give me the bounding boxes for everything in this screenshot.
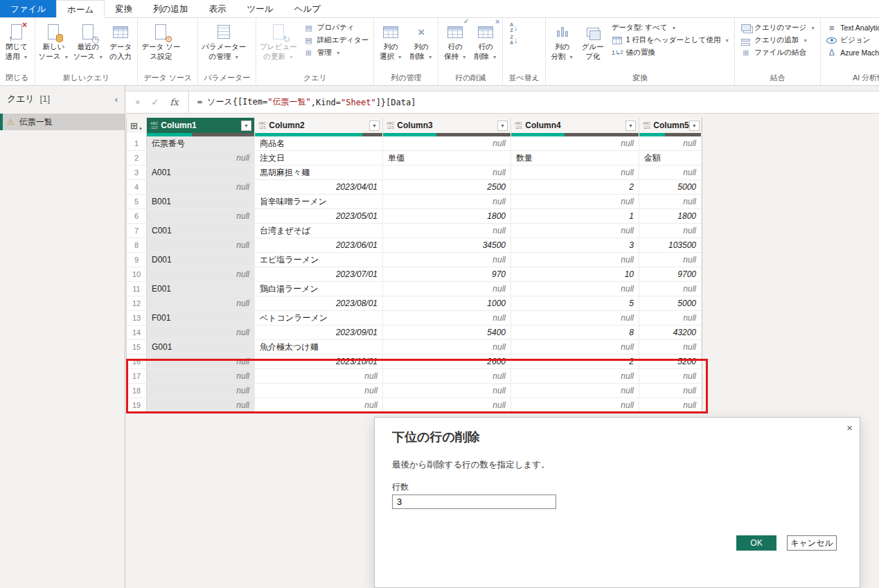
ok-button[interactable]: OK <box>736 535 776 551</box>
row-number[interactable]: 5 <box>127 195 147 209</box>
table-cell[interactable]: 旨辛味噌ラーメン <box>255 195 383 209</box>
table-cell[interactable]: null <box>511 166 639 180</box>
table-cell[interactable]: null <box>147 398 255 413</box>
data-type-any-icon[interactable]: ABC123 <box>258 121 266 130</box>
table-cell[interactable]: 34500 <box>383 238 511 253</box>
data-type-any-icon[interactable]: ABC123 <box>643 121 650 130</box>
table-cell[interactable]: 注文日 <box>255 151 383 166</box>
table-cell[interactable]: 台湾まぜそば <box>255 224 383 238</box>
combine-files-button[interactable]: ⊞ファイルの結合 <box>738 48 817 57</box>
table-cell[interactable]: null <box>639 166 702 180</box>
choose-columns-button[interactable]: 列の選択 ▼ <box>375 19 406 61</box>
data-type-button[interactable]: データ型: すべて▼ <box>610 23 731 33</box>
data-type-any-icon[interactable]: ABC123 <box>387 121 394 130</box>
table-cell[interactable]: null <box>383 384 511 398</box>
new-source-button[interactable]: 新しいソース ▼ <box>37 19 71 61</box>
table-cell[interactable]: 1800 <box>639 209 702 224</box>
table-cell[interactable]: null <box>147 238 255 253</box>
keep-rows-button[interactable]: ✓行の保持 ▼ <box>440 19 470 61</box>
select-all-button[interactable]: ⊞▼ <box>127 118 147 133</box>
table-cell[interactable]: 5400 <box>383 326 511 340</box>
table-cell[interactable]: C001 <box>147 224 255 238</box>
append-queries-button[interactable]: クエリの追加▼ <box>738 35 817 45</box>
table-cell[interactable]: G001 <box>147 340 255 355</box>
manage-parameters-button[interactable]: パラメーターの管理 ▼ <box>199 19 248 61</box>
row-number[interactable]: 9 <box>127 253 147 267</box>
split-column-button[interactable]: 列の分割 ▼ <box>547 19 578 61</box>
table-cell[interactable]: null <box>147 151 255 166</box>
sort-ascending-button[interactable]: AZ↓ <box>506 23 521 33</box>
table-cell[interactable]: null <box>383 311 511 326</box>
sort-descending-button[interactable]: ZA↓ <box>506 35 521 45</box>
table-cell[interactable]: null <box>639 136 702 151</box>
table-cell[interactable]: null <box>383 195 511 209</box>
table-cell[interactable]: 5000 <box>639 180 702 195</box>
table-cell[interactable]: E001 <box>147 282 255 296</box>
table-cell[interactable]: null <box>511 311 639 326</box>
table-cell[interactable]: 9700 <box>639 267 702 282</box>
manage-queries-button[interactable]: ⊞管理▼ <box>301 48 370 57</box>
table-cell[interactable]: null <box>511 282 639 296</box>
row-number[interactable]: 12 <box>127 296 147 311</box>
table-cell[interactable]: 1 <box>511 209 639 224</box>
table-cell[interactable]: null <box>511 340 639 355</box>
table-cell[interactable]: 1800 <box>383 209 511 224</box>
table-cell[interactable]: 5 <box>511 296 639 311</box>
tab-file[interactable]: ファイル <box>0 0 56 17</box>
table-cell[interactable]: null <box>383 369 511 384</box>
table-cell[interactable]: null <box>383 253 511 267</box>
tab-home[interactable]: ホーム <box>56 0 105 18</box>
table-cell[interactable]: null <box>639 384 702 398</box>
cancel-formula-icon[interactable]: × <box>135 97 141 107</box>
row-number[interactable]: 15 <box>127 340 147 355</box>
table-cell[interactable]: null <box>383 282 511 296</box>
accept-formula-icon[interactable]: ✓ <box>152 97 159 107</box>
table-cell[interactable]: ベトコンラーメン <box>255 311 383 326</box>
column-header-column5[interactable]: ABC123Column5▼ <box>639 118 702 133</box>
row-number[interactable]: 14 <box>127 326 147 340</box>
filter-icon[interactable]: ▼ <box>625 121 636 131</box>
table-cell[interactable]: null <box>147 326 255 340</box>
table-cell[interactable]: 1000 <box>383 296 511 311</box>
table-cell[interactable]: null <box>639 398 702 413</box>
filter-icon[interactable]: ▼ <box>369 121 380 131</box>
table-cell[interactable]: 103500 <box>639 238 702 253</box>
refresh-preview-button[interactable]: ↻プレビューの更新 ▼ <box>258 19 299 61</box>
table-cell[interactable]: null <box>255 398 383 413</box>
table-cell[interactable]: 数量 <box>511 151 639 166</box>
table-cell[interactable]: null <box>511 369 639 384</box>
table-cell[interactable]: null <box>639 195 702 209</box>
row-number[interactable]: 7 <box>127 224 147 238</box>
row-number[interactable]: 18 <box>127 384 147 398</box>
table-cell[interactable]: 黒胡麻担々麺 <box>255 166 383 180</box>
query-list-item[interactable]: ⚠伝票一覧 <box>0 114 125 130</box>
table-cell[interactable]: 3 <box>511 238 639 253</box>
row-number[interactable]: 16 <box>127 355 147 369</box>
table-cell[interactable]: 伝票番号 <box>147 136 255 151</box>
tab-view[interactable]: 表示 <box>199 0 237 17</box>
recent-sources-button[interactable]: ◷最近のソース ▼ <box>71 19 105 61</box>
cancel-button[interactable]: キャンセル <box>787 535 837 551</box>
column-header-column1[interactable]: ABC123Column1▼ <box>147 118 255 133</box>
row-number[interactable]: 1 <box>127 136 147 151</box>
table-cell[interactable]: null <box>147 384 255 398</box>
table-cell[interactable]: 単価 <box>383 151 511 166</box>
table-cell[interactable]: D001 <box>147 253 255 267</box>
table-cell[interactable]: null <box>147 369 255 384</box>
remove-rows-button[interactable]: ×行の削除 ▼ <box>470 19 501 61</box>
table-cell[interactable]: null <box>383 340 511 355</box>
table-cell[interactable]: null <box>639 224 702 238</box>
azure-machine-learning-button[interactable]: ΔAzure Machine Learning <box>824 48 879 57</box>
column-header-column4[interactable]: ABC123Column4▼ <box>511 118 639 133</box>
table-cell[interactable]: 5000 <box>639 296 702 311</box>
row-number[interactable]: 8 <box>127 238 147 253</box>
table-cell[interactable]: 2023/06/01 <box>255 238 383 253</box>
table-cell[interactable]: null <box>639 282 702 296</box>
row-number[interactable]: 4 <box>127 180 147 195</box>
table-cell[interactable]: 2023/05/01 <box>255 209 383 224</box>
table-cell[interactable]: null <box>511 195 639 209</box>
row-number[interactable]: 6 <box>127 209 147 224</box>
table-cell[interactable]: null <box>383 166 511 180</box>
data-type-any-icon[interactable]: ABC123 <box>150 121 158 130</box>
text-analytics-button[interactable]: ≡Text Analytics <box>824 23 879 33</box>
